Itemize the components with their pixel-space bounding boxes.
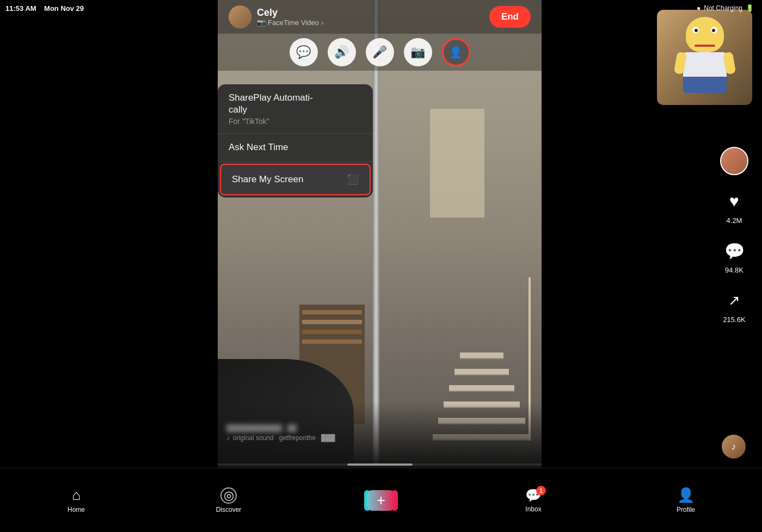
nav-create[interactable]: + bbox=[348, 490, 414, 511]
status-bar-left: 11:53 AM Mon Nov 29 bbox=[5, 4, 84, 13]
video-camera-icon: 📷 bbox=[410, 45, 425, 59]
caller-avatar bbox=[229, 5, 251, 28]
shareplay-icon: 👤 bbox=[449, 46, 463, 59]
music-disc[interactable]: ♪ bbox=[722, 435, 746, 459]
bottom-nav: ⌂ Home ◎ Discover + 💬 1 Inbox 👤 Profile bbox=[0, 468, 762, 532]
chat-button[interactable]: 💬 bbox=[290, 38, 318, 66]
shareplay-auto-subtitle: For "TikTok" bbox=[229, 117, 362, 126]
status-bar-right: ● Not Charging 🔋 bbox=[697, 4, 754, 12]
homer-head bbox=[686, 17, 724, 52]
speaker-button[interactable]: 🔊 bbox=[328, 38, 356, 66]
room-window bbox=[430, 109, 484, 218]
scroll-thumb bbox=[347, 463, 413, 466]
home-icon: ⌂ bbox=[72, 487, 81, 504]
share-icon: ↗ bbox=[720, 286, 748, 314]
caption-username: ████████████ · ██ bbox=[226, 424, 533, 432]
scroll-indicator bbox=[218, 463, 542, 466]
share-count: 215.6K bbox=[723, 316, 745, 324]
home-label: Home bbox=[67, 506, 85, 514]
nav-profile[interactable]: 👤 Profile bbox=[653, 487, 718, 514]
sound-text: original sound · getfreponthe · ███ bbox=[233, 434, 335, 442]
facetime-controls: 💬 🔊 🎤 📷 👤 bbox=[218, 34, 542, 71]
nav-inbox[interactable]: 💬 1 Inbox bbox=[501, 488, 566, 513]
caption-sound: ♪ original sound · getfreponthe · ███ bbox=[226, 434, 533, 442]
time-display: 11:53 AM bbox=[5, 4, 36, 13]
caller-name: Cely bbox=[257, 7, 323, 18]
chevron-icon: › bbox=[321, 18, 323, 27]
caller-info: Cely 📷 FaceTime Video › bbox=[229, 5, 323, 28]
shareplay-button[interactable]: 👤 bbox=[442, 38, 470, 66]
video-caption-area: ████████████ · ██ ♪ original sound · get… bbox=[218, 424, 542, 447]
wifi-icon: ● bbox=[697, 4, 700, 12]
share-my-screen-item[interactable]: Share My Screen ⬛ bbox=[221, 165, 370, 194]
microphone-icon: 🎤 bbox=[372, 45, 387, 59]
discover-icon: ◎ bbox=[220, 487, 237, 504]
inbox-label: Inbox bbox=[525, 505, 541, 513]
shareplay-auto-item[interactable]: SharePlay Automati-cally For "TikTok" bbox=[218, 84, 373, 134]
nav-home[interactable]: ⌂ Home bbox=[44, 487, 109, 514]
create-button[interactable]: + bbox=[367, 490, 395, 511]
thumbnail-top-right bbox=[657, 10, 752, 105]
date-display: Mon Nov 29 bbox=[44, 4, 84, 13]
camera-button[interactable]: 📷 bbox=[404, 38, 432, 66]
comment-count: 94.8K bbox=[725, 266, 743, 274]
screen-share-icon: ⬛ bbox=[347, 174, 359, 185]
music-note-icon: ♪ bbox=[732, 441, 736, 453]
profile-label: Profile bbox=[677, 506, 695, 514]
mute-button[interactable]: 🎤 bbox=[366, 38, 394, 66]
homer-body bbox=[683, 52, 727, 82]
discover-label: Discover bbox=[216, 506, 242, 514]
call-type: FaceTime Video bbox=[268, 18, 319, 27]
facetime-overlay: Cely 📷 FaceTime Video › End 💬 🔊 🎤 📷 👤 bbox=[218, 0, 542, 71]
speaker-icon: 🔊 bbox=[334, 45, 349, 59]
share-button-group[interactable]: ↗ 215.6K bbox=[720, 286, 748, 324]
caller-subtitle: 📷 FaceTime Video › bbox=[257, 18, 323, 27]
thumbnail-image bbox=[657, 10, 752, 105]
share-my-screen-highlight: Share My Screen ⬛ bbox=[220, 164, 371, 195]
left-panel bbox=[0, 0, 218, 532]
comment-button-group[interactable]: 💬 94.8K bbox=[720, 237, 748, 274]
shareplay-menu: SharePlay Automati-cally For "TikTok" As… bbox=[218, 84, 373, 197]
network-status: Not Charging bbox=[704, 4, 742, 12]
inbox-notification-badge: 1 bbox=[536, 486, 546, 496]
chat-icon: 💬 bbox=[296, 45, 311, 59]
blurred-username: ████████████ · ██ bbox=[226, 424, 297, 432]
like-button-group[interactable]: ♥ 4.2M bbox=[720, 187, 748, 225]
creator-avatar[interactable] bbox=[720, 147, 748, 175]
ask-next-time-title: Ask Next Time bbox=[229, 141, 362, 153]
profile-icon: 👤 bbox=[677, 487, 695, 504]
battery-icon: 🔋 bbox=[746, 4, 754, 12]
right-actions: ♥ 4.2M 💬 94.8K ↗ 215.6K bbox=[720, 147, 748, 324]
shareplay-auto-title: SharePlay Automati-cally bbox=[229, 92, 362, 116]
share-my-screen-label: Share My Screen bbox=[232, 174, 303, 185]
ask-next-time-item[interactable]: Ask Next Time bbox=[218, 134, 373, 162]
like-icon: ♥ bbox=[720, 187, 748, 215]
comment-icon: 💬 bbox=[720, 237, 748, 265]
caller-details: Cely 📷 FaceTime Video › bbox=[257, 7, 323, 27]
caller-bar: Cely 📷 FaceTime Video › End bbox=[218, 0, 542, 34]
inbox-badge-container: 💬 1 bbox=[525, 488, 542, 503]
homer-doll bbox=[672, 17, 738, 98]
nav-discover[interactable]: ◎ Discover bbox=[196, 487, 261, 514]
camera-subtitle-icon: 📷 bbox=[257, 18, 266, 27]
plus-icon: + bbox=[377, 492, 385, 509]
like-count: 4.2M bbox=[727, 216, 742, 225]
end-call-button[interactable]: End bbox=[489, 6, 531, 28]
music-note-caption: ♪ bbox=[226, 434, 230, 442]
